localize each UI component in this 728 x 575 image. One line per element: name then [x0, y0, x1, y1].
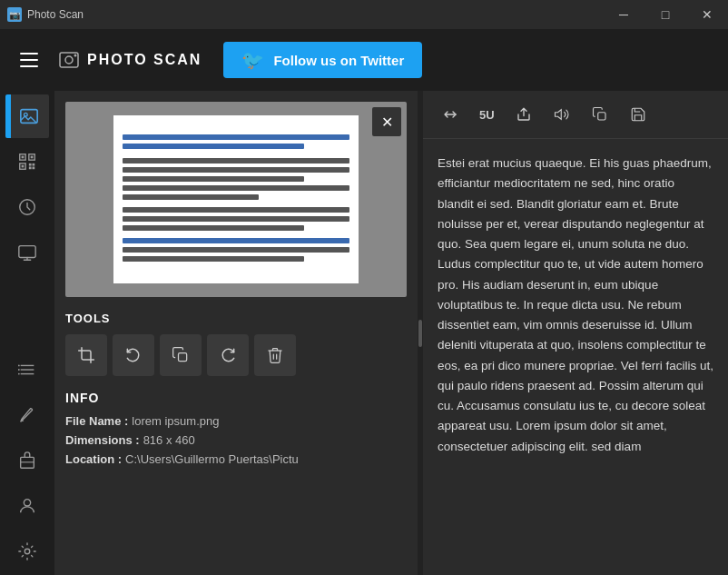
svg-point-20 — [18, 365, 20, 367]
svg-point-26 — [25, 549, 30, 554]
image-preview: ✕ — [65, 102, 407, 297]
title-bar: 📷 Photo Scan ─ □ ✕ — [0, 0, 728, 29]
sidebar-item-pen[interactable] — [5, 393, 49, 437]
svg-rect-8 — [31, 156, 34, 159]
twitter-icon: 🐦 — [241, 49, 264, 71]
ocr-text: Estei erat mucius quaeque. Ei his guas p… — [438, 156, 713, 453]
reverse-icon — [442, 106, 458, 123]
monitor-icon — [17, 243, 37, 263]
rotate-left-tool-button[interactable] — [113, 334, 154, 376]
save-button[interactable] — [622, 98, 654, 131]
copy-tool-button[interactable] — [160, 334, 202, 376]
content-area: ✕ TOOLS — [54, 91, 728, 575]
info-section-title: INFO — [65, 391, 407, 405]
preview-line-10 — [123, 225, 304, 231]
info-location-label: Location : — [65, 452, 122, 466]
clock-icon — [17, 197, 37, 217]
preview-line-2 — [123, 144, 304, 149]
right-panel: 5U — [423, 91, 728, 575]
user-icon — [17, 496, 37, 516]
main-layout: ✕ TOOLS — [0, 91, 728, 575]
info-location-row: Location : C:\Users\Guillermo Puertas\Pi… — [65, 452, 407, 466]
close-preview-button[interactable]: ✕ — [372, 107, 401, 136]
app-title: PHOTO SCAN — [87, 52, 202, 68]
rotate-left-icon — [124, 346, 143, 364]
sidebar — [0, 91, 54, 575]
info-section: INFO File Name : lorem ipsum.png Dimensi… — [65, 391, 407, 471]
close-button[interactable]: ✕ — [686, 0, 728, 29]
tools-row — [65, 334, 407, 376]
hamburger-line-1 — [20, 53, 38, 55]
preview-line-9 — [123, 216, 349, 222]
svg-point-21 — [18, 369, 20, 371]
svg-rect-13 — [29, 167, 32, 170]
info-dimensions-row: Dimensions : 816 x 460 — [65, 433, 407, 447]
package-icon — [17, 451, 37, 471]
settings-icon — [17, 541, 37, 561]
sidebar-item-monitor[interactable] — [5, 231, 49, 274]
preview-inner — [113, 115, 359, 283]
sidebar-item-list[interactable] — [5, 348, 49, 392]
preview-line-6 — [123, 185, 349, 191]
size-label-button[interactable]: 5U — [472, 103, 502, 127]
preview-line-3 — [123, 158, 349, 164]
preview-line-13 — [123, 256, 304, 262]
sidebar-item-image[interactable] — [5, 94, 49, 138]
app-logo-icon — [58, 49, 80, 71]
list-icon — [17, 360, 37, 380]
info-location-value: C:\Users\Guillermo Puertas\Pictu — [125, 452, 299, 466]
share-icon — [516, 106, 532, 123]
svg-rect-27 — [179, 353, 187, 362]
svg-rect-29 — [597, 113, 605, 120]
svg-marker-28 — [555, 110, 561, 120]
tools-section-title: TOOLS — [65, 312, 407, 325]
title-bar-text: Photo Scan — [27, 8, 84, 21]
sidebar-item-qr[interactable] — [5, 140, 49, 183]
info-filename-row: File Name : lorem ipsum.png — [65, 414, 407, 428]
title-bar-icon: 📷 — [7, 7, 22, 22]
ocr-text-content: Estei erat mucius quaeque. Ei his guas p… — [423, 139, 728, 575]
delete-tool-button[interactable] — [254, 334, 296, 376]
reverse-button[interactable] — [434, 98, 467, 131]
hamburger-line-3 — [20, 65, 38, 67]
volume-button[interactable] — [546, 98, 578, 131]
sidebar-item-user[interactable] — [5, 484, 49, 528]
title-bar-controls: ─ □ ✕ — [603, 0, 728, 29]
crop-icon — [77, 346, 95, 364]
svg-rect-6 — [22, 156, 25, 159]
right-toolbar: 5U — [423, 91, 728, 139]
qr-icon — [17, 152, 37, 172]
minimize-button[interactable]: ─ — [603, 0, 644, 29]
sidebar-item-package[interactable] — [5, 439, 49, 482]
image-icon — [19, 106, 39, 126]
preview-line-12 — [123, 247, 349, 253]
title-bar-left: 📷 Photo Scan — [7, 7, 84, 22]
preview-line-5 — [123, 176, 304, 182]
preview-line-4 — [123, 167, 349, 173]
twitter-btn-label: Follow us on Twitter — [273, 53, 404, 68]
preview-line-1 — [123, 134, 349, 140]
app-title-area: PHOTO SCAN — [58, 49, 202, 71]
preview-text-area — [113, 125, 359, 274]
info-filename-value: lorem ipsum.png — [132, 414, 219, 428]
sidebar-item-settings[interactable] — [5, 530, 49, 573]
svg-rect-10 — [22, 165, 25, 168]
rotate-right-tool-button[interactable] — [207, 334, 249, 376]
info-filename-label: File Name : — [65, 414, 128, 428]
crop-tool-button[interactable] — [65, 334, 107, 376]
maximize-button[interactable]: □ — [644, 0, 686, 29]
twitter-follow-button[interactable]: 🐦 Follow us on Twitter — [223, 42, 422, 78]
hamburger-menu-button[interactable] — [15, 45, 44, 74]
svg-rect-12 — [33, 164, 35, 166]
rotate-right-icon — [219, 346, 237, 364]
sidebar-item-history[interactable] — [5, 185, 49, 229]
copy-icon — [172, 346, 190, 364]
svg-point-25 — [24, 500, 30, 506]
info-dimensions-label: Dimensions : — [65, 433, 140, 447]
svg-rect-14 — [33, 167, 35, 170]
app-header: PHOTO SCAN 🐦 Follow us on Twitter — [0, 29, 728, 91]
copy-button[interactable] — [584, 98, 616, 131]
svg-point-2 — [74, 55, 77, 57]
info-dimensions-value: 816 x 460 — [143, 433, 195, 447]
share-button[interactable] — [507, 98, 540, 131]
